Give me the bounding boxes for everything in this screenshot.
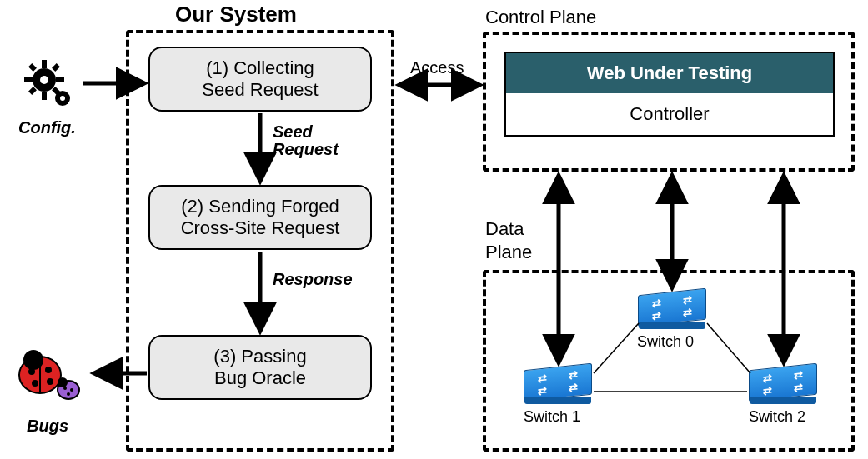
stage-2-box: (2) Sending Forged Cross-Site Request	[148, 185, 372, 250]
svg-point-9	[40, 76, 48, 84]
svg-rect-1	[42, 60, 47, 68]
svg-point-18	[47, 378, 53, 385]
svg-rect-2	[42, 92, 47, 100]
svg-point-11	[60, 96, 65, 101]
svg-point-23	[67, 392, 70, 396]
switch-0-label: Switch 0	[637, 333, 694, 351]
control-plane-label: Control Plane	[485, 7, 596, 28]
svg-point-15	[28, 368, 35, 375]
edge-response-label: Response	[273, 270, 353, 289]
data-plane-label-line1: Data	[485, 218, 524, 240]
our-system-title: Our System	[175, 2, 297, 27]
data-plane-label-line2: Plane	[485, 242, 532, 263]
svg-point-21	[63, 387, 67, 390]
svg-point-20	[58, 377, 68, 387]
svg-point-22	[70, 388, 73, 392]
stage-1-box: (1) Collecting Seed Request	[148, 47, 372, 112]
edge-seed-request-label: Seed Request	[273, 123, 339, 158]
svg-point-16	[45, 367, 52, 373]
access-label: Access	[410, 58, 464, 77]
svg-rect-5	[28, 63, 37, 72]
switch-2-icon: ⇄⇄ ⇄⇄	[749, 367, 817, 398]
config-label: Config.	[18, 118, 76, 137]
switch-1-label: Switch 1	[524, 408, 580, 426]
web-under-testing-box: Web Under Testing	[504, 52, 835, 95]
svg-rect-8	[28, 87, 37, 95]
svg-rect-3	[24, 77, 33, 82]
svg-point-17	[32, 380, 38, 387]
switch-0-icon: ⇄⇄ ⇄⇄	[638, 292, 706, 323]
gears-icon	[21, 57, 79, 118]
switch-2-label: Switch 2	[749, 408, 805, 426]
controller-box: Controller	[504, 93, 835, 137]
stage-3-box: (3) Passing Bug Oracle	[148, 335, 372, 400]
svg-rect-7	[52, 63, 60, 72]
svg-rect-4	[56, 77, 64, 82]
bugs-icon	[10, 342, 90, 417]
switch-1-icon: ⇄⇄ ⇄⇄	[524, 367, 592, 398]
bugs-label: Bugs	[27, 417, 68, 436]
